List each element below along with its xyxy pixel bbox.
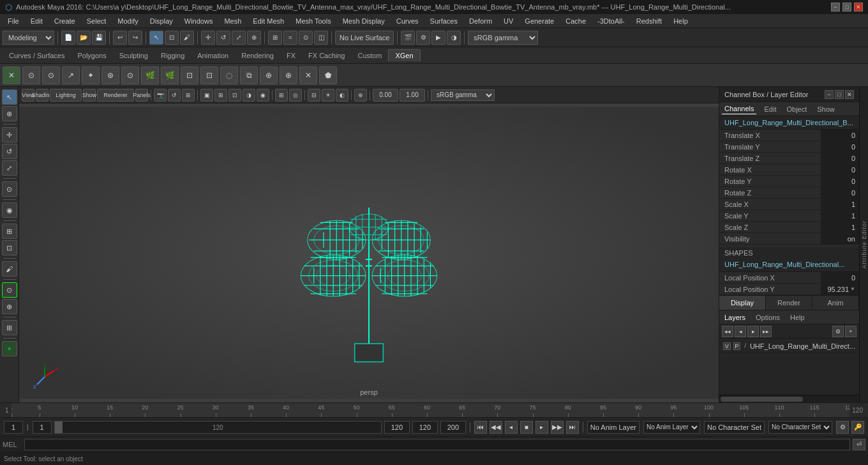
stop-button[interactable]: ■ <box>520 421 533 434</box>
soft-select-button[interactable]: ◉ <box>2 202 17 218</box>
dt-tab-render[interactable]: Render <box>766 296 812 310</box>
shelf-icon-12[interactable]: ◌ <box>220 66 238 84</box>
snap-surface-button[interactable]: ◫ <box>314 31 328 45</box>
range-start-input[interactable] <box>33 421 52 434</box>
character-set-selector[interactable]: No Character Set <box>768 421 832 434</box>
menu-modify[interactable]: Modify <box>112 16 143 26</box>
dt-tab-anim[interactable]: Anim <box>812 296 859 310</box>
scale-button[interactable]: ⤢ <box>2 160 17 176</box>
shelf-tab-rigging[interactable]: Rigging <box>154 50 191 61</box>
close-button[interactable]: ✕ <box>854 3 863 11</box>
shelf-tab-custom[interactable]: Custom <box>352 50 389 61</box>
snap-curve-button[interactable]: ≈ <box>283 31 297 45</box>
cb-close[interactable]: ✕ <box>845 90 854 99</box>
vp-menu-renderer[interactable]: Renderer <box>97 89 134 102</box>
show-manip-button[interactable]: ⊙ <box>2 181 17 197</box>
shapes-item[interactable]: UHF_Long_Range_Multi_Directional... <box>724 259 854 270</box>
shelf-icon-16[interactable]: ✕ <box>299 66 317 84</box>
snap-point-button[interactable]: ⊙ <box>299 31 313 45</box>
vp-light-btn[interactable]: ☀ <box>322 89 334 102</box>
layer-vis-button[interactable]: V <box>723 342 731 350</box>
select-lasso-button[interactable]: ⊡ <box>165 31 179 45</box>
cb-tab-edit[interactable]: Edit <box>761 104 779 114</box>
vp-isolate-btn[interactable]: ⊕ <box>354 89 367 102</box>
menu-edit[interactable]: Edit <box>26 16 48 26</box>
channel-translate-z[interactable]: Translate Z 0 <box>719 153 859 164</box>
no-character-set-label[interactable]: No Character Set <box>704 421 765 434</box>
shelf-icon-2[interactable]: ⊙ <box>22 66 40 84</box>
vp-wire-button[interactable]: ⊞ <box>275 89 288 102</box>
menu-mesh-display[interactable]: Mesh Display <box>338 16 390 26</box>
move-button[interactable]: ✛ <box>2 127 17 142</box>
shelf-icon-8[interactable]: 🌿 <box>141 66 159 84</box>
layer-type-button[interactable]: P <box>733 342 741 350</box>
shelf-tab-animation[interactable]: Animation <box>191 50 235 61</box>
channel-translate-y[interactable]: Translate Y 0 <box>719 141 859 153</box>
cb-tab-object[interactable]: Object <box>784 104 809 114</box>
channel-scale-z[interactable]: Scale Z 1 <box>719 222 859 233</box>
cb-maximize[interactable]: □ <box>835 90 844 99</box>
lasso-button[interactable]: ⊡ <box>2 240 17 255</box>
lt-tab-help[interactable]: Help <box>788 312 807 323</box>
menu-create[interactable]: Create <box>49 16 80 26</box>
next-anim-button[interactable]: ⏭ <box>566 421 579 434</box>
shelf-icon-6[interactable]: ⊛ <box>101 66 119 84</box>
shelf-icon-4[interactable]: ↗ <box>62 66 80 84</box>
render-region-button[interactable]: ⊞ <box>2 320 17 335</box>
menu-select[interactable]: Select <box>82 16 112 26</box>
scrollbar-thumb[interactable] <box>721 397 803 402</box>
current-frame-input[interactable] <box>4 421 23 434</box>
vp-menu-lighting[interactable]: Lighting <box>50 89 82 102</box>
toggle-vis-button[interactable]: ⊕ <box>2 299 17 314</box>
shelf-tab-xgen[interactable]: XGen <box>388 49 420 61</box>
lc-next-single-button[interactable]: ▸ <box>747 326 759 337</box>
dt-tab-display[interactable]: Display <box>719 296 766 310</box>
shelf-icon-1[interactable]: ✕ <box>3 66 20 84</box>
select-tool-button[interactable]: ↖ <box>149 31 163 45</box>
shelf-icon-13[interactable]: ⧉ <box>240 66 258 84</box>
range-end-input[interactable] <box>384 421 410 434</box>
undo-button[interactable]: ↩ <box>113 31 127 45</box>
minimize-button[interactable]: − <box>831 3 840 11</box>
cb-tab-channels[interactable]: Channels <box>722 103 756 114</box>
menu-edit-mesh[interactable]: Edit Mesh <box>248 16 289 26</box>
redo-button[interactable]: ↪ <box>128 31 142 45</box>
lc-prev-single-button[interactable]: ◂ <box>735 326 746 337</box>
shelf-icon-7[interactable]: ⊙ <box>121 66 139 84</box>
mode-selector[interactable]: Modeling Rigging Animation FX Rendering <box>3 31 54 45</box>
xgen-button[interactable]: ✦ <box>2 341 17 356</box>
menu-3dtoall[interactable]: -3DtoAll- <box>592 16 630 26</box>
channel-rotate-x[interactable]: Rotate X 0 <box>719 164 859 176</box>
menu-uv[interactable]: UV <box>498 16 518 26</box>
channel-scale-x[interactable]: Scale X 1 <box>719 199 859 210</box>
scale-tool-button[interactable]: ⤢ <box>232 31 246 45</box>
open-scene-button[interactable]: 📂 <box>77 31 91 45</box>
menu-cache[interactable]: Cache <box>560 16 591 26</box>
channel-translate-x[interactable]: Translate X 0 <box>719 130 859 141</box>
maximize-button[interactable]: □ <box>842 3 851 11</box>
menu-windows[interactable]: Windows <box>179 16 218 26</box>
vp-menu-panels[interactable]: Panels <box>135 89 148 102</box>
new-scene-button[interactable]: 📄 <box>61 31 75 45</box>
channel-scale-y[interactable]: Scale Y 1 <box>719 210 859 222</box>
lc-add-button[interactable]: + <box>845 326 857 337</box>
render-button[interactable]: 🎬 <box>401 31 415 45</box>
ipr-render-button[interactable]: ▶ <box>431 31 445 45</box>
play-fwd-button[interactable]: ▶▶ <box>551 421 564 434</box>
component-select-button[interactable]: ⊞ <box>2 224 17 239</box>
shelf-tab-curves[interactable]: Curves / Surfaces <box>3 50 71 61</box>
range-thumb[interactable] <box>55 422 63 433</box>
shelf-icon-9[interactable]: 🌿 <box>161 66 179 84</box>
speed-input[interactable] <box>440 421 466 434</box>
vp-camera-button[interactable]: 📷 <box>154 89 167 102</box>
lt-tab-layers[interactable]: Layers <box>722 312 748 323</box>
lc-next-button[interactable]: ▸▸ <box>760 326 772 337</box>
shelf-icon-17[interactable]: ⬟ <box>319 66 337 84</box>
shelf-tab-fx[interactable]: FX <box>280 50 302 61</box>
no-anim-layer-label[interactable]: No Anim Layer <box>587 421 640 434</box>
menu-deform[interactable]: Deform <box>464 16 497 26</box>
select-paint-button[interactable]: 🖌 <box>180 31 194 45</box>
vp-ortho-button[interactable]: ⊞ <box>182 89 195 102</box>
shelf-icon-5[interactable]: ✦ <box>82 66 100 84</box>
menu-file[interactable]: File <box>3 16 24 26</box>
